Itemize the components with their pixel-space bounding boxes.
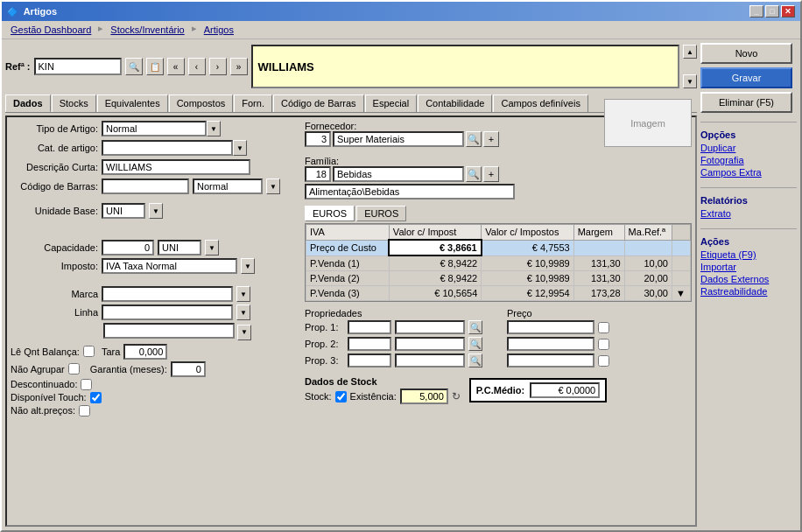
capacidade-unit-arrow[interactable]: ▼	[205, 240, 219, 256]
campos-extra-btn[interactable]: Campos Extra	[700, 166, 762, 178]
tab-equivalentes[interactable]: Equivalentes	[97, 94, 168, 112]
unidade-base-arrow[interactable]: ▼	[149, 203, 163, 219]
gravar-button[interactable]: Gravar	[700, 67, 792, 88]
prop1-search-btn[interactable]: 🔍	[468, 320, 482, 334]
novo-button[interactable]: Novo	[700, 43, 792, 64]
capacidade-unit-input[interactable]	[158, 240, 201, 256]
cat-artigo-input[interactable]	[102, 140, 233, 156]
fornecedor-search-btn[interactable]: 🔍	[466, 131, 482, 147]
linha-arrow[interactable]: ▼	[236, 304, 250, 320]
close-button[interactable]: ✕	[781, 5, 795, 18]
tab-codigo-barras[interactable]: Código de Barras	[273, 94, 364, 112]
descontinuado-checkbox[interactable]	[81, 379, 92, 390]
menu-stocks[interactable]: Stocks/Inventário	[105, 23, 189, 37]
pc-medio-input[interactable]	[530, 382, 600, 398]
existencia-input[interactable]	[400, 388, 448, 404]
fotografia-btn[interactable]: Fotografia	[700, 154, 744, 166]
extrato-btn[interactable]: Extrato	[700, 207, 731, 220]
scroll-up[interactable]: ▲	[683, 45, 697, 59]
tab-contabilidade[interactable]: Contabilidade	[418, 94, 492, 112]
rastreabilidade-btn[interactable]: Rastreabilidade	[700, 285, 767, 298]
maximize-button[interactable]: □	[765, 5, 779, 18]
tab-stocks[interactable]: Stocks	[52, 94, 96, 112]
prop1-row: Prop. 1: 🔍	[305, 320, 489, 334]
prev-button[interactable]: ‹	[188, 58, 206, 75]
preco3-checkbox[interactable]	[598, 355, 609, 367]
unidade-base-input[interactable]	[102, 203, 145, 219]
tab-especial[interactable]: Especial	[365, 94, 418, 112]
duplicar-btn[interactable]: Duplicar	[700, 142, 735, 154]
codigo-barras-arrow[interactable]: ▼	[266, 178, 280, 194]
imposto-input[interactable]	[102, 258, 237, 274]
stock-checkbox[interactable]	[335, 391, 347, 402]
prop2-input2[interactable]	[395, 337, 465, 351]
descricao-curta-input[interactable]	[102, 159, 250, 175]
codigo-barras-type[interactable]	[193, 178, 263, 194]
imposto-arrow[interactable]: ▼	[241, 258, 255, 274]
price-row-venda2[interactable]: P.Venda (2) € 8,9422 € 10,9989 131,30 20…	[306, 271, 691, 286]
familia-name-input[interactable]	[333, 166, 464, 182]
fornecedor-add-btn[interactable]: +	[483, 131, 499, 147]
menu-artigos[interactable]: Artigos	[199, 23, 239, 37]
fornecedor-name-input[interactable]	[333, 131, 464, 147]
familia-path-input[interactable]	[305, 184, 515, 200]
disponivel-touch-checkbox[interactable]	[90, 392, 102, 403]
eliminar-button[interactable]: Eliminar (F5)	[700, 92, 792, 113]
last-button[interactable]: »	[230, 58, 248, 75]
preco1-checkbox[interactable]	[598, 322, 609, 333]
tab-forn[interactable]: Forn.	[234, 94, 272, 112]
linha-extra-input[interactable]	[103, 323, 235, 339]
capacidade-input[interactable]	[102, 240, 154, 256]
familia-search-btn[interactable]: 🔍	[466, 166, 482, 182]
preco1-input[interactable]	[507, 320, 594, 334]
le-qnt-checkbox[interactable]	[83, 346, 95, 357]
prop2-input1[interactable]	[348, 337, 391, 351]
tab-compostos[interactable]: Compostos	[169, 94, 234, 112]
familia-num-input[interactable]	[305, 166, 331, 182]
tipo-artigo-arrow[interactable]: ▼	[207, 121, 221, 136]
copy-button[interactable]: 📋	[146, 58, 164, 75]
prop3-input1[interactable]	[348, 354, 391, 368]
etiqueta-btn[interactable]: Etiqueta (F9)	[700, 248, 756, 261]
ref-input[interactable]	[34, 58, 122, 75]
price-row-venda1[interactable]: P.Venda (1) € 8,9422 € 10,9989 131,30 10…	[306, 256, 691, 271]
marca-input[interactable]	[102, 286, 233, 302]
marca-arrow[interactable]: ▼	[236, 286, 250, 302]
prop3-search-btn[interactable]: 🔍	[468, 354, 482, 368]
prop3-input2[interactable]	[395, 354, 465, 368]
tipo-artigo-input[interactable]	[102, 121, 207, 136]
familia-add-btn[interactable]: +	[483, 166, 499, 182]
linha-extra-arrow[interactable]: ▼	[237, 325, 251, 340]
nao-alt-precos-checkbox[interactable]	[79, 405, 90, 416]
codigo-barras-input[interactable]	[102, 178, 189, 194]
first-button[interactable]: «	[167, 58, 185, 75]
garantia-input[interactable]	[171, 361, 206, 377]
nao-agrupar-checkbox[interactable]	[68, 363, 80, 374]
refresh-icon[interactable]: ↻	[452, 390, 461, 402]
prop1-input1[interactable]	[348, 320, 391, 334]
dados-externos-btn[interactable]: Dados Externos	[700, 273, 769, 285]
price-row-custo[interactable]: Preço de Custo € 3,8661 € 4,7553	[306, 240, 691, 256]
price-tab-euros2[interactable]: EUROS	[356, 206, 406, 221]
next-button[interactable]: ›	[209, 58, 227, 75]
scroll-down[interactable]: ▼	[683, 74, 697, 88]
price-row-venda3[interactable]: P.Venda (3) € 10,5654 € 12,9954 173,28 3…	[306, 286, 691, 301]
minimize-button[interactable]: _	[749, 5, 763, 18]
menu-gestao[interactable]: Gestão Dashboard	[5, 23, 96, 37]
search-button[interactable]: 🔍	[125, 58, 143, 75]
cat-artigo-arrow[interactable]: ▼	[233, 140, 247, 156]
prop2-search-btn[interactable]: 🔍	[468, 337, 482, 351]
le-qnt-row: Lê Qnt Balança: Tara	[11, 344, 299, 360]
importar-btn[interactable]: Importar	[700, 261, 736, 273]
tara-input[interactable]	[123, 344, 167, 360]
tab-campos-definiveis[interactable]: Campos definíveis	[493, 94, 588, 112]
dados-stock-section: Dados de Stock Stock: Existência: ↻	[305, 376, 461, 404]
preco2-checkbox[interactable]	[598, 339, 609, 350]
linha-input[interactable]	[102, 304, 233, 320]
tab-dados[interactable]: Dados	[5, 94, 51, 112]
prop1-input2[interactable]	[395, 320, 465, 334]
fornecedor-num-input[interactable]	[305, 131, 331, 147]
price-tab-euros1[interactable]: EUROS	[305, 206, 355, 221]
preco2-input[interactable]	[507, 337, 594, 351]
preco3-input[interactable]	[507, 354, 594, 368]
